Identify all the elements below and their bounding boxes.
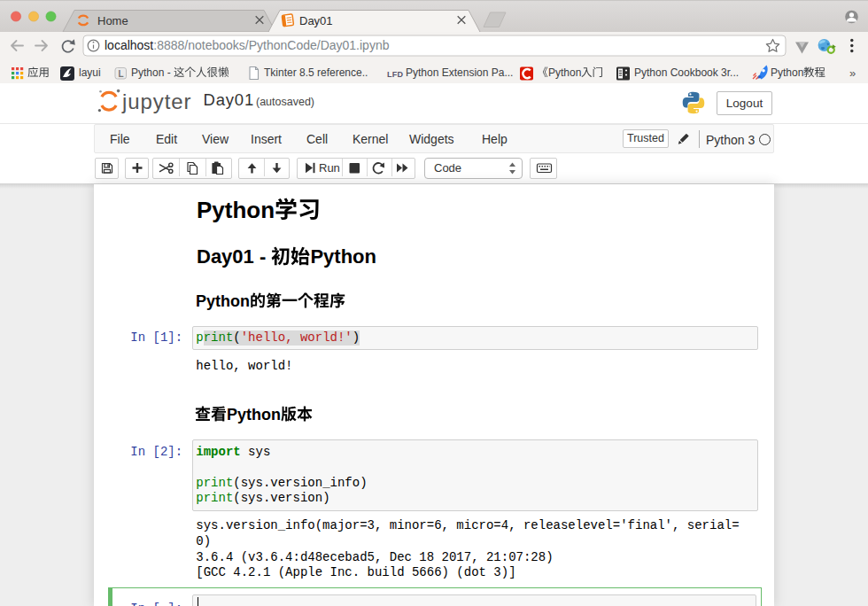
svg-text:LFD: LFD <box>387 70 404 79</box>
svg-text:Home: Home <box>97 14 128 27</box>
svg-text:Run: Run <box>319 161 340 175</box>
svg-text:localhost:8888/notebooks/Pytho: localhost:8888/notebooks/PythonCode/Day0… <box>105 38 390 52</box>
svg-text:Day01: Day01 <box>299 14 333 27</box>
svg-text:»: » <box>849 66 856 80</box>
svg-text:L: L <box>119 69 124 79</box>
